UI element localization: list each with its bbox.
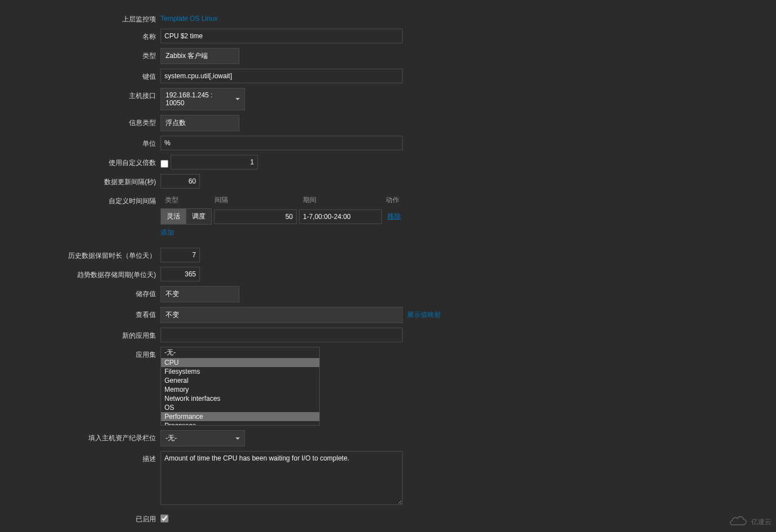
label-trends-days: 趋势数据存储周期(单位天) [0, 267, 160, 280]
label-type: 类型 [0, 48, 160, 61]
host-inventory-value: -无- [166, 434, 177, 442]
custom-multiplier-input[interactable] [171, 155, 258, 169]
name-input[interactable] [160, 29, 403, 43]
label-key: 键值 [0, 69, 160, 82]
type-select[interactable]: Zabbix 客户端 [160, 48, 239, 64]
description-textarea[interactable] [160, 451, 403, 505]
store-value-text: 不变 [166, 290, 179, 298]
ci-seg-flexible[interactable]: 灵活 [161, 209, 186, 224]
trends-days-input[interactable] [160, 267, 200, 281]
info-type-select[interactable]: 浮点数 [160, 115, 239, 131]
list-item[interactable]: General [161, 376, 319, 385]
host-interface-value: 192.168.1.245 : 10050 [166, 91, 212, 107]
ci-remove-link[interactable]: 移除 [387, 212, 401, 220]
label-host-inventory: 填入主机资产纪录栏位 [0, 430, 160, 443]
enabled-checkbox[interactable] [160, 515, 168, 522]
label-description: 描述 [0, 451, 160, 464]
label-history-days: 历史数据保留时长（单位天） [0, 248, 160, 261]
label-show-value: 查看值 [0, 307, 160, 320]
list-item[interactable]: Processes [161, 421, 319, 426]
label-enabled: 已启用 [0, 511, 160, 524]
key-input[interactable] [160, 69, 403, 83]
list-item[interactable]: Network interfaces [161, 394, 319, 403]
list-item[interactable]: OS [161, 403, 319, 412]
label-parent-items: 上层监控项 [0, 11, 160, 24]
label-host-interface: 主机接口 [0, 88, 160, 101]
applications-listbox[interactable]: -无-CPUFilesystemsGeneralMemoryNetwork in… [160, 347, 320, 426]
history-days-input[interactable] [160, 248, 200, 262]
host-interface-select[interactable]: 192.168.1.245 : 10050 [160, 88, 245, 110]
list-item[interactable]: Memory [161, 385, 319, 394]
chevron-down-icon [235, 437, 240, 440]
label-name: 名称 [0, 29, 160, 42]
store-value-select[interactable]: 不变 [160, 286, 239, 302]
list-item[interactable]: Filesystems [161, 367, 319, 376]
ci-header-type: 类型 [160, 195, 213, 205]
show-value-mapping-link[interactable]: 展示值映射 [407, 307, 441, 320]
host-inventory-select[interactable]: -无- [160, 430, 245, 446]
label-applications: 应用集 [0, 347, 160, 360]
ci-add-link[interactable]: 添加 [160, 229, 174, 236]
custom-multiplier-checkbox[interactable] [160, 160, 168, 168]
new-application-input[interactable] [160, 328, 403, 342]
list-item[interactable]: CPU [161, 358, 319, 367]
unit-input[interactable] [160, 136, 403, 150]
update-interval-input[interactable] [160, 174, 200, 189]
list-item[interactable]: Performance [161, 412, 319, 421]
ci-period-input[interactable] [299, 209, 382, 224]
label-unit: 单位 [0, 136, 160, 149]
show-value-text: 不变 [166, 311, 179, 319]
info-type-value: 浮点数 [166, 119, 186, 127]
ci-header-period: 期间 [300, 195, 386, 205]
label-store-value: 储存值 [0, 286, 160, 299]
label-custom-multiplier: 使用自定义倍数 [0, 155, 160, 168]
type-select-value: Zabbix 客户端 [166, 52, 208, 60]
ci-seg-scheduling[interactable]: 调度 [186, 209, 211, 224]
show-value-select[interactable]: 不变 [160, 307, 403, 323]
chevron-down-icon [235, 98, 240, 100]
label-new-application: 新的应用集 [0, 328, 160, 341]
label-info-type: 信息类型 [0, 115, 160, 128]
list-item[interactable]: -无- [161, 347, 319, 358]
parent-item-link[interactable]: Template OS Linux [160, 15, 217, 23]
label-custom-intervals: 自定义时间间隔 [0, 193, 160, 206]
ci-row: 灵活 调度 移除 [160, 208, 405, 225]
ci-header-action: 动作 [386, 195, 405, 205]
ci-header-interval: 间隔 [213, 195, 300, 205]
label-update-interval: 数据更新间隔(秒) [0, 174, 160, 187]
ci-interval-input[interactable] [214, 209, 297, 224]
